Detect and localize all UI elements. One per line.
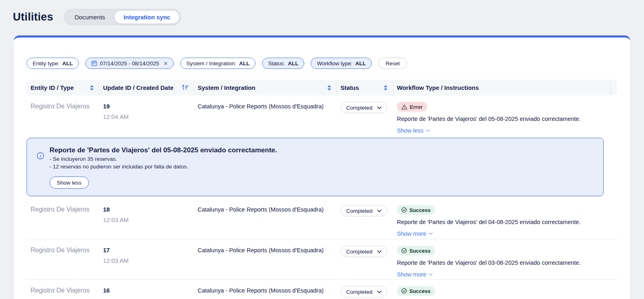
chevron-down-icon	[377, 106, 382, 109]
filter-chip-value: ALL	[239, 60, 250, 66]
check-circle-icon	[401, 288, 407, 294]
workflow-status-label: Error	[410, 104, 423, 110]
filter-chip-4[interactable]: Workflow type: ALL	[311, 58, 372, 69]
filter-chip-value: ALL	[288, 60, 298, 66]
update-id: 18	[103, 206, 189, 213]
column-header-label: Status	[341, 84, 359, 91]
page-title: Utilities	[13, 11, 53, 23]
check-circle-icon	[401, 207, 407, 213]
workflow-status-badge: Error	[397, 102, 427, 112]
workflow-status-badge: Success	[397, 205, 435, 215]
filter-chip-value: ALL	[355, 60, 366, 66]
status-cell: Completed	[336, 206, 393, 216]
panel-content: Reporte de 'Partes de Viajeros' del 05-0…	[50, 146, 277, 189]
entity-type: Registro De Viajeros	[27, 287, 99, 294]
update-id: 16	[103, 287, 189, 294]
created-time: 12:03 AM	[103, 257, 189, 264]
table-row: Registro De Viajeros 18 12:03 AM Catalun…	[27, 199, 617, 239]
expanded-instructions-panel: Reporte de 'Partes de Viajeros' del 05-0…	[27, 138, 604, 196]
update-cell: 17 12:03 AM	[99, 247, 194, 264]
filter-chip-label: Workflow type:	[317, 60, 352, 66]
sort-descending-icon[interactable]	[182, 85, 189, 91]
sort-icon[interactable]	[383, 85, 388, 91]
status-dropdown[interactable]: Completed	[341, 246, 387, 257]
sort-icon[interactable]	[89, 85, 94, 91]
status-value: Completed	[346, 289, 372, 295]
chevron-down-icon	[377, 210, 382, 212]
update-cell: 19 12:04 AM	[99, 103, 194, 120]
status-value: Completed	[346, 249, 372, 255]
workflow-cell: Success Reporte de 'Partes de Viajeros' …	[393, 247, 610, 278]
column-header-spacer	[610, 80, 619, 96]
panel-detail-line: - 12 reservas no pudieron ser incluidas …	[50, 164, 277, 170]
calendar-icon	[91, 60, 97, 66]
column-header-1[interactable]: Update ID / Created Date	[99, 80, 194, 96]
table-row: Registro De Viajeros 19 12:04 AM Catalun…	[27, 96, 617, 136]
chevron-down-icon	[377, 291, 382, 293]
created-time: 12:04 AM	[103, 113, 189, 120]
column-header-2[interactable]: System / Integration	[194, 80, 336, 96]
status-dropdown[interactable]: Completed	[341, 286, 387, 297]
column-header-3[interactable]: Status	[336, 80, 393, 96]
status-value: Completed	[346, 208, 372, 214]
status-dropdown[interactable]: Completed	[341, 102, 387, 113]
show-less-button[interactable]: Show less	[50, 176, 89, 189]
show-toggle-label: Show more	[397, 271, 426, 278]
table-header: Entity ID / Type Update ID / Created Dat…	[27, 80, 617, 96]
system-integration: Catalunya - Police Reports (Mossos d'Esq…	[194, 247, 336, 253]
status-value: Completed	[346, 105, 372, 111]
reset-filters-button[interactable]: Reset	[378, 58, 407, 69]
integration-sync-card: Entity type: ALL 07/14/2025 - 08/14/2025…	[14, 35, 630, 299]
filter-chip-label: Entity type:	[33, 60, 60, 66]
workflow-cell: Error Reporte de 'Partes de Viajeros' de…	[393, 103, 610, 134]
update-cell: 18 12:03 AM	[99, 206, 194, 223]
filter-chip-2[interactable]: System / Integration: ALL	[180, 58, 256, 69]
workflow-status-badge: Success	[397, 286, 435, 296]
status-cell: Completed	[336, 287, 393, 297]
filter-chip-3[interactable]: Status: ALL	[262, 58, 304, 69]
table-row: Registro De Viajeros 17 12:03 AM Catalun…	[27, 239, 617, 279]
sort-icon[interactable]	[327, 85, 332, 91]
status-cell: Completed	[336, 103, 393, 113]
created-time: 12:02 AM	[103, 297, 189, 299]
update-id: 19	[103, 103, 189, 110]
workflow-message: Reporte de 'Partes de Viajeros' del 04-0…	[397, 219, 605, 225]
entity-type: Registro De Viajeros	[27, 103, 99, 110]
show-toggle-label: Show more	[397, 230, 426, 237]
system-integration: Catalunya - Police Reports (Mossos d'Esq…	[194, 103, 336, 110]
panel-title: Reporte de 'Partes de Viajeros' del 05-0…	[50, 146, 277, 154]
update-id: 17	[103, 247, 189, 253]
status-dropdown[interactable]: Completed	[341, 205, 387, 216]
filter-chip-1[interactable]: 07/14/2025 - 08/14/2025 ✕	[85, 58, 174, 69]
tab-documents[interactable]: Documents	[65, 10, 114, 24]
filter-chip-label: Status:	[268, 60, 285, 66]
filter-chip-value: ALL	[62, 60, 73, 66]
system-integration: Catalunya - Police Reports (Mossos d'Esq…	[194, 287, 336, 294]
workflow-cell: Success Reporte de 'Partes de Viajeros' …	[393, 206, 610, 237]
close-icon[interactable]: ✕	[163, 60, 168, 66]
caret-icon	[426, 129, 430, 132]
table-row: Registro De Viajeros 16 12:02 AM Catalun…	[27, 279, 617, 299]
column-header-4[interactable]: Workflow Type / Instructions	[393, 80, 610, 96]
show-toggle-link[interactable]: Show more	[397, 230, 433, 237]
tab-integration-sync[interactable]: Integration sync	[114, 10, 180, 24]
filter-chip-label: 07/14/2025 - 08/14/2025	[100, 60, 159, 66]
created-time: 12:03 AM	[103, 216, 189, 223]
show-toggle-link[interactable]: Show more	[397, 271, 433, 278]
workflow-status-label: Success	[409, 248, 431, 254]
filter-chip-0[interactable]: Entity type: ALL	[27, 58, 79, 69]
caret-icon	[429, 233, 433, 235]
filter-chips-row: Entity type: ALL 07/14/2025 - 08/14/2025…	[27, 58, 617, 69]
info-icon	[37, 152, 44, 189]
workflow-status-label: Success	[409, 288, 431, 294]
panel-detail-line: - Se incluyeron 35 reservas.	[50, 156, 277, 162]
show-toggle-link[interactable]: Show less	[397, 127, 430, 134]
sync-table: Entity ID / Type Update ID / Created Dat…	[27, 80, 617, 299]
column-header-label: Update ID / Created Date	[103, 84, 173, 91]
workflow-message: Reporte de 'Partes de Viajeros' del 03-0…	[397, 260, 605, 266]
column-header-label: Entity ID / Type	[31, 84, 74, 91]
update-cell: 16 12:02 AM	[99, 287, 194, 299]
column-header-0[interactable]: Entity ID / Type	[27, 80, 99, 96]
entity-type: Registro De Viajeros	[27, 247, 99, 254]
table-body: Registro De Viajeros 19 12:04 AM Catalun…	[27, 96, 617, 299]
